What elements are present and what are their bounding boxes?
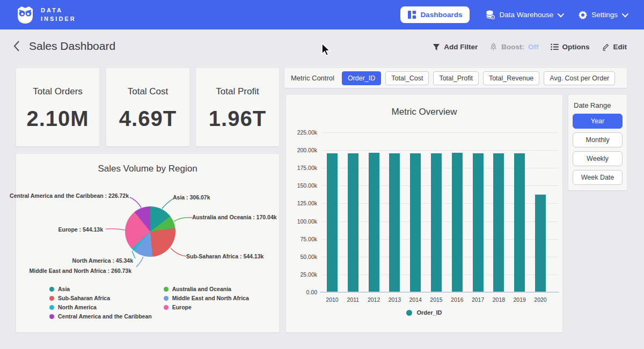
add-filter-button[interactable]: Add Filter <box>433 43 478 51</box>
y-tick-label: 0.00 <box>286 289 317 295</box>
kpi-label: Total Profit <box>196 86 279 97</box>
bar-chart-title: Metric Overview <box>286 107 562 117</box>
pie-circle[interactable] <box>125 206 175 257</box>
kpi-value: 1.96T <box>196 107 279 131</box>
bar-2010[interactable] <box>327 153 338 292</box>
bar-2012[interactable] <box>369 153 379 292</box>
date-range-weekly-button[interactable]: Weekly <box>573 151 623 166</box>
date-range-panel: Date Range Year Monthly Weekly Week Date <box>568 95 627 190</box>
legend-item-europe[interactable]: Europe <box>164 304 249 310</box>
kpi-value: 4.69T <box>106 107 189 131</box>
data-warehouse-menu[interactable]: Data Warehouse <box>486 10 562 19</box>
legend-item-asia[interactable]: Asia <box>49 286 152 292</box>
back-button[interactable] <box>13 40 20 52</box>
legend-label: Asia <box>58 286 70 292</box>
date-range-weekdate-button[interactable]: Week Date <box>573 170 623 185</box>
edit-button[interactable]: Edit <box>602 43 627 51</box>
pie-callout-subsaharan: Sub-Saharan Africa : 544.13k <box>186 253 264 259</box>
legend-dot <box>164 287 169 292</box>
x-tick-label: 2015 <box>426 296 447 303</box>
kpi-card-total-profit: Total Profit 1.96T <box>196 68 279 146</box>
list-icon <box>551 43 559 50</box>
x-tick-label: 2016 <box>447 296 468 303</box>
bar-2020[interactable] <box>535 195 546 292</box>
dashboards-button[interactable]: Dashboards <box>400 6 470 23</box>
pie-callout-mena: Middle East and North Africa : 260.73k <box>30 268 131 274</box>
legend-label: Middle East and North Africa <box>172 295 249 301</box>
legend-dot <box>49 296 54 301</box>
legend-item-northamerica[interactable]: North America <box>49 304 152 310</box>
bar-2018[interactable] <box>493 153 504 292</box>
settings-menu[interactable]: Settings <box>579 11 627 19</box>
brand[interactable]: DATA INSIDER <box>15 6 76 24</box>
bar-2014[interactable] <box>410 153 421 292</box>
date-range-monthly-button[interactable]: Monthly <box>573 132 623 147</box>
x-tick-label: 2010 <box>321 296 343 303</box>
bar-2011[interactable] <box>348 153 358 292</box>
boost-label: Boost: <box>501 43 524 51</box>
y-tick-label: 175.00k <box>286 165 317 171</box>
x-tick-label: 2014 <box>405 296 426 303</box>
bar-2019[interactable] <box>514 153 525 292</box>
legend-label: Sub-Saharan Africa <box>58 295 110 301</box>
legend-label: North America <box>58 304 97 310</box>
bar-2016[interactable] <box>452 153 463 292</box>
metric-button-avg-cost[interactable]: Avg. Cost per Order <box>544 71 615 85</box>
pie-callout-northamerica: North America : 45.34k <box>72 257 133 264</box>
legend-dot <box>49 287 54 292</box>
pie-callout-centralamerica: Central America and the Caribbean : 226.… <box>10 192 129 199</box>
x-tick-label: 2019 <box>509 296 530 303</box>
x-tick-label: 2013 <box>384 296 405 303</box>
bar-2017[interactable] <box>473 153 484 293</box>
x-tick-label: 2020 <box>530 296 551 303</box>
legend-item-centralamerica[interactable]: Central America and the Caribbean <box>49 313 152 320</box>
legend-item-australia[interactable]: Australia and Oceania <box>164 286 249 292</box>
pie-chart-card: Sales Volume by Region Asia : 306.07k Au… <box>16 154 279 332</box>
bar-2013[interactable] <box>389 153 400 292</box>
x-tick-label: 2012 <box>363 296 385 303</box>
brand-line1: DATA <box>41 6 76 15</box>
dashboards-label: Dashboards <box>420 11 462 19</box>
legend-item-mena[interactable]: Middle East and North Africa <box>164 295 249 301</box>
x-tick-label: 2017 <box>467 296 489 303</box>
options-button[interactable]: Options <box>551 43 590 51</box>
brand-line2: INSIDER <box>41 15 76 24</box>
filter-funnel-icon <box>433 43 440 51</box>
y-tick-label: 125.00k <box>286 200 317 206</box>
date-range-year-button[interactable]: Year <box>573 114 623 129</box>
y-tick-label: 75.00k <box>286 236 317 242</box>
boost-toggle[interactable]: Boost: Off <box>489 43 538 51</box>
y-tick-label: 50.00k <box>286 254 317 260</box>
legend-dot <box>49 314 54 319</box>
pie-legend: Asia Sub-Saharan Africa North America Ce… <box>49 286 249 320</box>
legend-item-subsaharan[interactable]: Sub-Saharan Africa <box>49 295 152 301</box>
pencil-icon <box>602 43 610 51</box>
y-tick-label: 25.00k <box>286 271 317 278</box>
date-range-label: Date Range <box>574 101 623 109</box>
bar-plot-area <box>322 132 558 292</box>
edit-label: Edit <box>613 43 627 51</box>
gear-icon <box>579 11 587 19</box>
legend-dot <box>164 296 169 301</box>
bar-2015[interactable] <box>431 153 442 292</box>
bar-legend[interactable]: Order_ID <box>286 309 562 316</box>
kpi-label: Total Orders <box>16 86 99 97</box>
pie-callout-europe: Europe : 544.13k <box>58 226 103 233</box>
settings-label: Settings <box>591 11 618 19</box>
metric-button-total-cost[interactable]: Total_Cost <box>385 71 429 85</box>
chevron-down-icon <box>558 11 565 18</box>
add-filter-label: Add Filter <box>444 43 478 51</box>
metric-button-order-id[interactable]: Order_ID <box>342 71 381 85</box>
y-tick-label: 200.00k <box>286 147 317 153</box>
dashboard-grid-icon <box>408 11 416 19</box>
bar-legend-label: Order_ID <box>416 309 442 316</box>
y-tick-label: 150.00k <box>286 182 317 189</box>
y-tick-label: 225.00k <box>286 129 317 136</box>
kpi-card-total-cost: Total Cost 4.69T <box>106 68 189 146</box>
gridline <box>322 132 558 133</box>
legend-label: Europe <box>172 304 192 310</box>
metric-button-total-profit[interactable]: Total_Profit <box>433 71 479 85</box>
x-tick-label: 2011 <box>342 296 364 303</box>
metric-button-total-revenue[interactable]: Total_Revenue <box>483 71 539 85</box>
options-label: Options <box>562 43 590 51</box>
